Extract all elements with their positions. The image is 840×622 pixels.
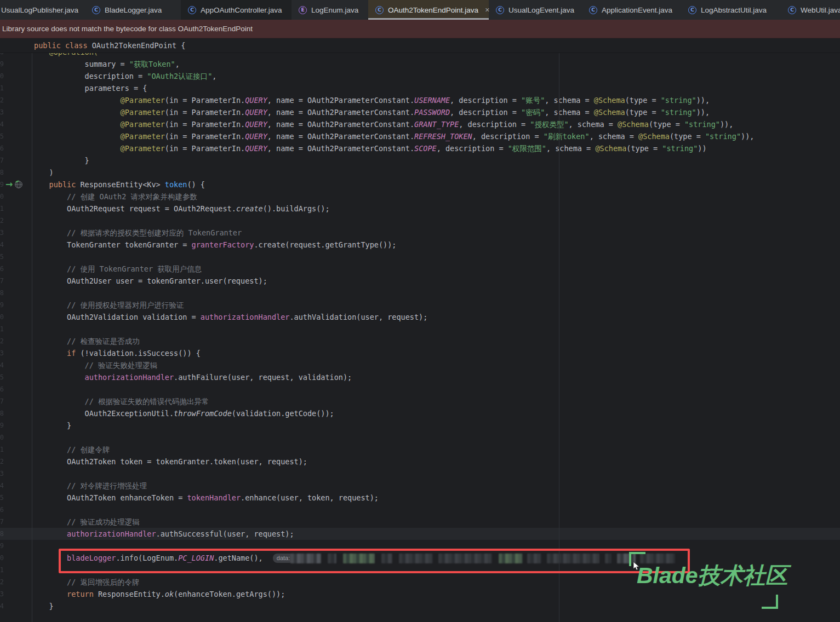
line-number: 82 [0, 456, 4, 468]
code-line[interactable]: description = "OAuth2认证接口", [0, 70, 840, 82]
code-line[interactable]: // 返回增强后的令牌 [0, 576, 840, 588]
code-line[interactable]: @Parameter(in = ParameterIn.QUERY, name … [0, 130, 840, 142]
line-number: 60 [0, 191, 4, 203]
code-line[interactable]: } [0, 154, 840, 166]
code-line[interactable]: // 创建令牌 [0, 444, 840, 456]
tab-label: LogEnum.java [311, 6, 358, 14]
code-token: QUERY [245, 120, 267, 129]
tab-appoauthcontroller-java[interactable]: CAppOAuthController.java [181, 0, 292, 20]
run-endpoint-arrow-icon[interactable]: → [5, 180, 13, 189]
code-token: // 创建令牌 [31, 445, 110, 454]
code-line[interactable]: // 验证失败处理逻辑 [0, 359, 840, 371]
code-line[interactable]: ) [0, 166, 840, 178]
right-margin-guide [559, 38, 559, 622]
code-token: description = [31, 72, 147, 80]
code-line[interactable]: OAuth2Validation validation = authorizat… [0, 311, 840, 323]
line-number: 80 [0, 431, 4, 444]
code-line[interactable]: if (!validation.isSuccess()) { [0, 347, 840, 359]
code-line[interactable]: @Parameter(in = ParameterIn.QUERY, name … [0, 118, 840, 130]
code-line[interactable]: OAuth2Token enhanceToken = tokenHandler.… [0, 492, 840, 504]
code-line[interactable]: @Parameter(in = ParameterIn.QUERY, name … [0, 106, 840, 118]
code-line[interactable]: TokenGranter tokenGranter = granterFacto… [0, 239, 840, 251]
code-token: PC_LOGIN [178, 554, 214, 562]
code-line[interactable]: // 使用 TokenGranter 获取用户信息 [0, 263, 840, 275]
code-token: tokenHandler [187, 493, 241, 502]
code-token: .authValidation(user, request); [289, 313, 427, 321]
code-line[interactable]: OAuth2Token token = tokenGranter.token(u… [0, 456, 840, 468]
code-token: , [175, 60, 180, 68]
code-token: , schema = [545, 96, 593, 105]
line-number: 56 [0, 142, 4, 154]
endpoint-globe-icon[interactable] [14, 180, 23, 189]
code-line[interactable] [0, 540, 840, 552]
code-token: (type = [670, 132, 705, 141]
redacted-pixelated-block [499, 554, 523, 563]
code-line[interactable]: // 使用授权处理器对用户进行验证 [0, 299, 840, 311]
code-line[interactable]: authorizationHandler.authFailure(user, r… [0, 371, 840, 383]
code-line[interactable]: summary = "获取Token", [0, 58, 840, 70]
line-number-gutter: 4849505152535455565758596061626364656667… [0, 38, 4, 622]
code-token: granterFactory [192, 240, 254, 249]
code-line[interactable]: @Parameter(in = ParameterIn.QUERY, name … [0, 94, 840, 106]
code-token: OAuth2TokenEndPoint { [92, 41, 186, 50]
code-line[interactable]: // 对令牌进行增强处理 [0, 480, 840, 492]
class-file-icon: C [375, 6, 384, 14]
code-token: "获取Token" [129, 60, 175, 68]
code-line[interactable] [0, 287, 840, 299]
code-line[interactable] [0, 323, 840, 335]
code-line[interactable]: bladeLogger.info(LogEnum.PC_LOGIN.getNam… [0, 552, 840, 564]
code-line[interactable]: @Parameter(in = ParameterIn.QUERY, name … [0, 142, 840, 154]
code-line[interactable] [0, 431, 840, 444]
code-line[interactable]: // 检查验证是否成功 [0, 335, 840, 347]
code-token: ResponseEntity<Kv> [80, 180, 164, 189]
tab-applicationevent-java[interactable]: CApplicationEvent.java [582, 0, 681, 20]
tab-logenum-java[interactable]: ELogEnum.java [292, 0, 368, 20]
code-line[interactable]: // 创建 OAuth2 请求对象并构建参数 [0, 191, 840, 203]
tab-label: LogAbstractUtil.java [701, 6, 767, 14]
code-token: , description = [459, 120, 530, 129]
code-token: @Schema [638, 132, 670, 141]
tab-usuallogpublisher-java[interactable]: UsualLogPublisher.java [0, 0, 85, 20]
code-line[interactable]: OAuth2User user = tokenGranter.user(requ… [0, 275, 840, 287]
line-number: 67 [0, 275, 4, 287]
code-line[interactable]: // 根据请求的授权类型创建对应的 TokenGranter [0, 227, 840, 239]
code-token: , schema = [569, 120, 618, 129]
code-line[interactable] [0, 251, 840, 263]
code-line[interactable] [0, 215, 840, 227]
tab-webutil-java[interactable]: CWebUtil.java [781, 0, 840, 20]
gutter-separator [32, 38, 32, 622]
tab-logabstractutil-java[interactable]: CLogAbstractUtil.java [681, 0, 781, 20]
code-line[interactable]: authorizationHandler.authSuccessful(user… [0, 528, 840, 540]
code-editor[interactable]: 4849505152535455565758596061626364656667… [0, 38, 840, 622]
code-line[interactable]: OAuth2Request request = OAuth2Request.cr… [0, 203, 840, 215]
code-line[interactable]: public ResponseEntity<Kv> token() { [0, 178, 840, 191]
code-token: ResponseEntity. [98, 590, 165, 598]
tab-usuallogevent-java[interactable]: CUsualLogEvent.java [489, 0, 582, 20]
line-number: 49 [0, 58, 4, 70]
code-line[interactable] [0, 468, 840, 480]
code-line[interactable]: // 验证成功处理逻辑 [0, 516, 840, 528]
tab-label: ApplicationEvent.java [602, 6, 672, 14]
code-line[interactable] [0, 504, 840, 516]
tab-label: AppOAuthController.java [201, 6, 282, 14]
code-line[interactable]: } [0, 419, 840, 431]
code-token: // 验证成功处理逻辑 [31, 517, 139, 526]
tab-bladelogger-java[interactable]: CBladeLogger.java [85, 0, 181, 20]
code-line[interactable]: return ResponseEntity.ok(enhanceToken.ge… [0, 588, 840, 600]
gutter-icons: → [5, 179, 23, 190]
code-line[interactable] [0, 383, 840, 395]
code-line[interactable] [0, 564, 840, 576]
code-token: // 创建 OAuth2 请求对象并构建参数 [31, 192, 197, 201]
tab-oauth2tokenendpoint-java[interactable]: COAuth2TokenEndPoint.java× [368, 0, 489, 20]
code-line[interactable]: } [0, 600, 840, 612]
code-line[interactable]: OAuth2ExceptionUtil.throwFromCode(valida… [0, 407, 840, 419]
code-token: , description = [437, 144, 508, 153]
ide-window: UsualLogPublisher.javaCBladeLogger.javaC… [0, 0, 840, 622]
mouse-cursor-icon [633, 561, 641, 573]
code-token: (type = [625, 108, 661, 117]
code-line[interactable]: parameters = { [0, 82, 840, 94]
code-line[interactable]: // 根据验证失败的错误代码抛出异常 [0, 395, 840, 407]
line-number: 75 [0, 371, 4, 383]
code-token: SCOPE [414, 144, 437, 153]
code-token: , name = OAuth2ParameterConstant. [267, 132, 414, 141]
